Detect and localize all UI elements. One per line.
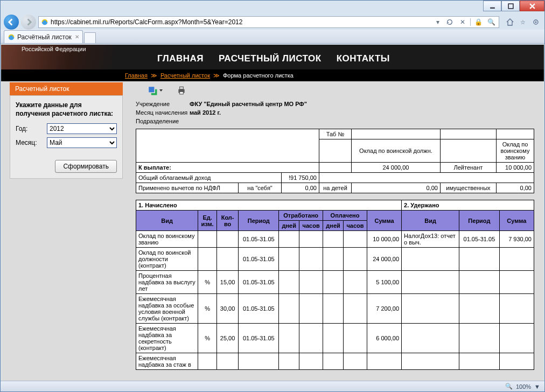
new-tab-button[interactable]: [84, 32, 96, 43]
year-label: Год:: [16, 125, 43, 132]
crumb-home[interactable]: Главная: [125, 72, 148, 79]
table-row: Ежемесячная надбавка за секретность (кон…: [136, 324, 534, 353]
zoom-icon[interactable]: 🔍: [505, 383, 513, 390]
nav-contacts[interactable]: КОНТАКТЫ: [337, 53, 390, 64]
table-row: Оклад по воинской должности (контракт)01…: [136, 248, 534, 271]
submit-button[interactable]: Сформировать: [55, 160, 117, 173]
home-icon[interactable]: [505, 17, 515, 27]
print-icon[interactable]: [176, 85, 187, 96]
tab-title: Расчётный листок: [17, 33, 72, 41]
inst-val: ФКУ "Единый расчетный центр МО РФ": [190, 101, 307, 107]
month-val: май 2012 г.: [190, 109, 221, 116]
search-icon[interactable]: 🔍: [486, 17, 497, 27]
svg-rect-11: [180, 92, 184, 94]
zoom-level: 100%: [516, 383, 531, 390]
nav-forward-button[interactable]: [21, 15, 36, 30]
tools-icon[interactable]: [530, 17, 541, 27]
summary-table: Таб № Оклад по воинской должн. Оклад по …: [136, 129, 534, 193]
table-row: Ежемесячная надбавка за стаж в: [136, 353, 534, 370]
refresh-icon[interactable]: [444, 17, 455, 27]
ie-icon: [8, 33, 15, 41]
breadcrumb: Главная ≫ Расчетный листок ≫ Форма расче…: [1, 69, 544, 81]
window-maximize-button[interactable]: [501, 1, 520, 11]
window-close-button[interactable]: [520, 1, 544, 11]
dept-key: Подразделение: [136, 118, 190, 124]
browser-tab[interactable]: Расчётный листок ✕: [4, 30, 83, 43]
svg-rect-10: [180, 87, 184, 89]
status-bar: 🔍 100% ▼: [1, 381, 544, 391]
export-dropdown-icon[interactable]: [159, 89, 163, 92]
close-tab-icon[interactable]: ✕: [74, 33, 80, 40]
month-label: Месяц:: [16, 139, 43, 146]
month-key: Месяц начисления: [136, 109, 190, 116]
crumb-current: Форма расчетного листка: [223, 72, 294, 79]
inst-key: Учреждение: [136, 101, 190, 107]
table-row: Оклад по воинскому званию01.05-31.0510 0…: [136, 231, 534, 248]
url-text: https://cabinet.mil.ru/Reports/CalcForm.…: [51, 18, 242, 26]
address-bar[interactable]: https://cabinet.mil.ru/Reports/CalcForm.…: [38, 16, 499, 28]
site-banner: Российской Федерации ГЛАВНАЯ РАСЧЕТНЫЙ Л…: [1, 45, 544, 69]
favorites-icon[interactable]: ☆: [518, 17, 528, 27]
url-dropdown-icon[interactable]: ▾: [434, 18, 442, 26]
year-select[interactable]: 2012: [47, 123, 117, 134]
nav-home[interactable]: ГЛАВНАЯ: [157, 53, 204, 64]
ie-icon: [41, 18, 48, 26]
window-minimize-button[interactable]: [483, 1, 501, 11]
export-icon[interactable]: [146, 85, 158, 96]
lock-icon: 🔒: [473, 17, 484, 27]
nav-payslip[interactable]: РАСЧЕТНЫЙ ЛИСТОК: [219, 53, 322, 64]
svg-rect-8: [149, 87, 154, 92]
svg-rect-1: [508, 4, 513, 9]
banner-subtitle: Российской Федерации: [22, 46, 86, 52]
nav-back-button[interactable]: [4, 15, 19, 30]
accrual-table: 1. Начислено 2. Удержано Вид Ед. изм. Ко…: [136, 200, 534, 370]
crumb-payslip[interactable]: Расчетный листок: [160, 72, 210, 79]
svg-point-6: [535, 22, 537, 23]
sidebar-header: Расчетный листок: [10, 82, 123, 95]
month-select[interactable]: Май: [47, 137, 117, 148]
table-row: Ежемесячная надбавка за особые условия в…: [136, 294, 534, 324]
sidebar-prompt: Укажите данные для получения расчетного …: [16, 101, 117, 118]
stop-icon[interactable]: ✕: [457, 17, 468, 27]
table-row: Процентная надбавка за выслугу лет%15,00…: [136, 271, 534, 294]
